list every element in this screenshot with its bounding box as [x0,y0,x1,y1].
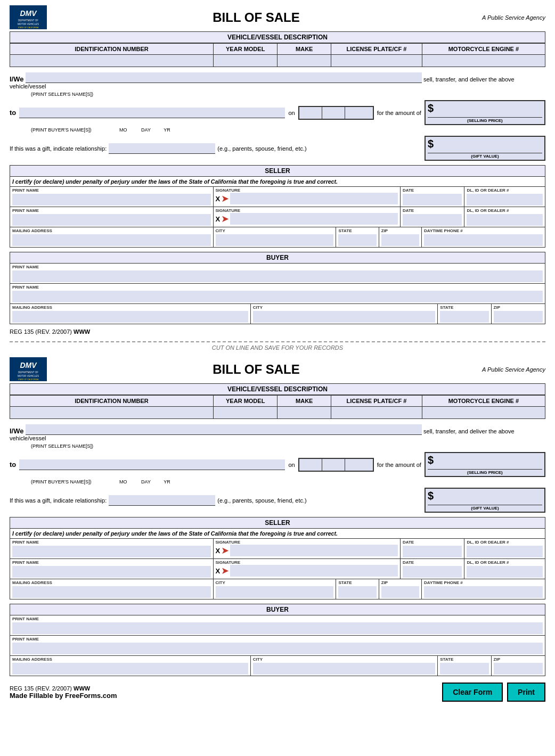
buyer-name-2[interactable] [12,291,543,302]
page-title-2: BILL OF SALE [47,362,466,377]
gift-value-input-2[interactable] [436,490,542,505]
make-input-2[interactable] [280,408,329,417]
seller-date-1[interactable] [403,194,462,206]
seller-address-2[interactable] [12,586,211,598]
make-input[interactable] [280,56,329,65]
month-input[interactable] [303,108,319,117]
seller-signature-label1: SIGNATURE [216,188,398,193]
year-input[interactable] [216,56,275,65]
col-plate-2: LICENSE PLATE/CF # [331,396,422,407]
col-engine-2: MOTORCYCLE ENGINE # [422,396,545,407]
seller-phone[interactable] [424,234,543,246]
sig-arrow-3: ➤ [221,545,229,556]
plate-input-2[interactable] [333,408,420,417]
seller-dl-label3: DL, ID OR DEALER # [467,540,543,545]
day-input-2[interactable] [325,459,341,469]
gift-value-input[interactable] [436,138,542,153]
vin-input[interactable] [12,56,211,65]
gift-relationship-input-2[interactable] [109,495,215,506]
seller-city[interactable] [216,234,334,246]
sig-x-4: X [216,567,221,575]
month-input-2[interactable] [303,459,319,469]
buyer-name-3[interactable] [12,622,543,634]
seller-header: SELLER [10,165,545,177]
sig-x-2: X [216,215,221,223]
seller-signature-4[interactable] [230,565,398,577]
selling-price-input-2[interactable] [436,454,542,469]
seller-statement-2: I certify (or declare) under penalty of … [10,529,545,539]
buyer-state-2[interactable] [440,663,488,675]
buyer-name-sublabel: (PRINT BUYER'S NAME[S]) [31,127,92,133]
seller-date-label3: DATE [403,540,462,545]
dollar-sign-4: $ [428,490,434,502]
seller-city-2[interactable] [216,586,334,598]
buyer-name-input-2[interactable] [19,459,285,470]
plate-input[interactable] [333,56,420,65]
seller-dl-1[interactable] [467,194,543,206]
engine-input-2[interactable] [425,408,543,417]
gift-relationship-input[interactable] [109,143,215,154]
date-box [298,106,374,120]
seller-zip[interactable] [381,234,419,246]
page-title: BILL OF SALE [47,10,466,25]
vin-input-2[interactable] [12,408,211,417]
seller-date-2[interactable] [403,214,462,226]
seller-name-input[interactable] [26,72,422,83]
seller-dl-3[interactable] [467,546,543,557]
buyer-header: BUYER [10,252,545,264]
buyer-address[interactable] [12,311,248,323]
seller-header-2: SELLER [10,517,545,529]
seller-print-name-2[interactable] [12,214,211,226]
year-input-2[interactable] [216,408,275,417]
buyer-name-4[interactable] [12,643,543,654]
buyer-state-label-2: STATE [440,657,488,662]
selling-price-label: (SELLING PRICE) [467,118,503,123]
seller-print-name-4[interactable] [12,566,211,578]
gift-label: If this was a gift, indicate relationshi… [10,145,107,152]
col-year-2: YEAR MODEL [213,396,278,407]
seller-date-4[interactable] [403,566,462,578]
seller-phone-2[interactable] [424,586,543,598]
buyer-name-input[interactable] [19,108,285,118]
buyer-state[interactable] [440,311,488,323]
seller-print-name-label2: PRINT NAME [12,208,211,213]
buyer-city-2[interactable] [253,663,435,675]
sig-arrow-4: ➤ [221,565,229,577]
buyer-address-2[interactable] [12,663,248,675]
seller-name-input-2[interactable] [26,424,422,435]
seller-state-2[interactable] [338,586,376,598]
year-date-input-2[interactable] [348,459,370,469]
seller-signature-label3: SIGNATURE [216,540,398,545]
col-engine: MOTORCYCLE ENGINE # [422,44,545,55]
clear-form-button[interactable]: Clear Form [442,683,503,702]
buyer-zip-2[interactable] [494,663,543,675]
seller-signature-2[interactable] [230,213,398,225]
iwe-label: I/We [10,75,24,83]
day-input[interactable] [325,108,341,117]
seller-print-name-3[interactable] [12,546,211,557]
agency-text: A Public Service Agency [466,14,545,21]
gift-value-label: (GIFT VALUE) [471,154,499,159]
yr-label-2: YR [164,479,170,484]
col-vin-2: IDENTIFICATION NUMBER [10,396,214,407]
selling-price-input[interactable] [436,102,542,117]
svg-text:STATE OF CALIFORNIA: STATE OF CALIFORNIA [18,379,39,381]
seller-signature-3[interactable] [230,545,398,556]
buyer-name-1[interactable] [12,270,543,282]
seller-zip-2[interactable] [381,586,419,598]
seller-address[interactable] [12,234,211,246]
seller-dl-4[interactable] [467,566,543,578]
print-button[interactable]: Print [507,683,545,702]
cut-line: CUT ON LINE AND SAVE FOR YOUR RECORDS [10,341,545,351]
year-date-input[interactable] [348,108,370,117]
seller-date-3[interactable] [403,546,462,557]
engine-input[interactable] [425,56,543,65]
buyer-print-name-label1: PRINT NAME [12,265,543,269]
seller-dl-2[interactable] [467,214,543,226]
buyer-zip[interactable] [494,311,543,323]
seller-signature-1[interactable] [230,193,398,204]
buyer-city[interactable] [253,311,435,323]
buyer-addr-label: MAILING ADDRESS [12,305,248,310]
seller-print-name-1[interactable] [12,194,211,206]
seller-state[interactable] [338,234,376,246]
